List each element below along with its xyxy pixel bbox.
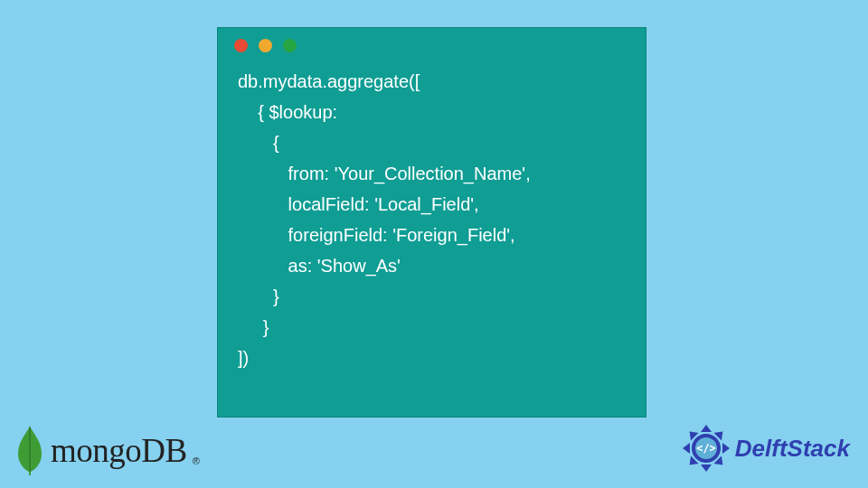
window-titlebar [218,28,646,62]
code-block: db.mydata.aggregate([ { $lookup: { from:… [218,62,646,373]
svg-marker-1 [701,465,712,472]
mongodb-leaf-icon [16,425,43,475]
close-dot-icon [234,39,248,52]
minimize-dot-icon [259,39,272,52]
maximize-dot-icon [283,39,297,52]
mongodb-registered-mark: ® [193,455,200,466]
delftstack-emblem-icon: </> [681,423,731,474]
svg-marker-3 [722,443,730,454]
mongodb-logo: mongoDB ® [16,425,200,475]
svg-marker-0 [701,425,712,432]
delftstack-logo: </> DelftStack [681,423,850,474]
mongodb-wordmark: mongoDB [51,431,187,470]
svg-marker-2 [683,443,690,454]
delftstack-wordmark: DelftStack [735,435,850,463]
code-window: db.mydata.aggregate([ { $lookup: { from:… [217,27,646,418]
svg-text:</>: </> [696,442,716,455]
